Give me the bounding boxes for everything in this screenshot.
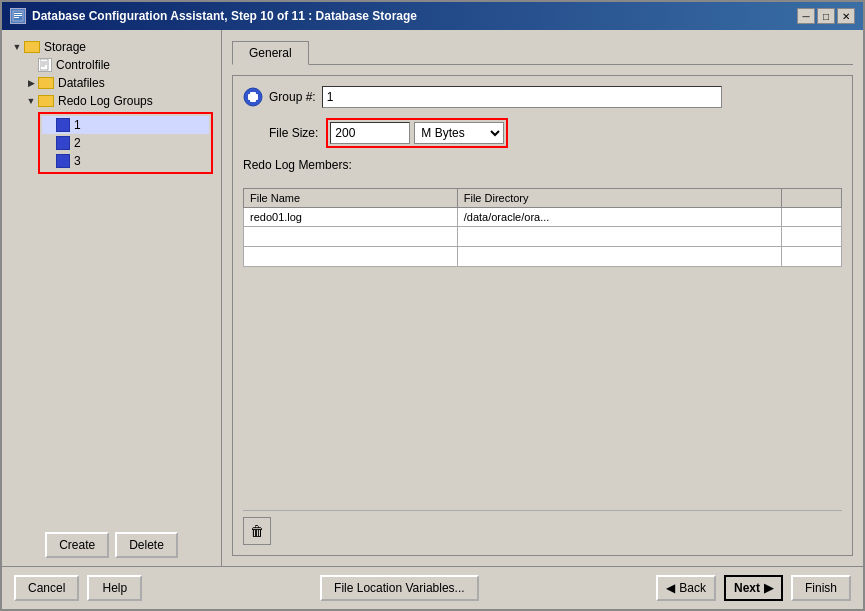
tree-item-storage[interactable]: ▼ Storage (10, 38, 213, 56)
tab-general[interactable]: General (232, 41, 309, 65)
create-button[interactable]: Create (45, 532, 109, 558)
file-icon-controlfile (38, 58, 52, 72)
redo-log-members-label-row: Redo Log Members: (243, 158, 842, 178)
toggle-storage: ▼ (10, 40, 24, 54)
db-icon-group2 (56, 136, 70, 150)
tree-item-controlfile[interactable]: Controlfile (24, 56, 213, 74)
form-bottom-toolbar: 🗑 (243, 510, 842, 545)
tree-item-datafiles[interactable]: ▶ Datafiles (24, 74, 213, 92)
tree-label-group1: 1 (74, 118, 81, 132)
left-panel: ▼ Storage Controlfile (2, 30, 222, 566)
cell-empty-2 (782, 227, 842, 247)
finish-button[interactable]: Finish (791, 575, 851, 601)
titlebar: Database Configuration Assistant, Step 1… (2, 2, 863, 30)
table-row[interactable]: redo01.log /data/oracle/ora... (244, 208, 842, 227)
group-num-row: Group #: (243, 86, 842, 108)
cell-filedirectory-3 (457, 247, 781, 267)
table-row (244, 247, 842, 267)
db-icon-group3 (56, 154, 70, 168)
right-panel: General Group #: (222, 30, 863, 566)
window-title: Database Configuration Assistant, Step 1… (32, 9, 417, 23)
left-bottom-buttons: Create Delete (10, 526, 213, 558)
cell-filedirectory-1: /data/oracle/ora... (457, 208, 781, 227)
folder-icon-redologgroups (38, 95, 54, 107)
next-arrow-icon: ▶ (764, 581, 773, 595)
toggle-group2 (42, 136, 56, 150)
main-content: ▼ Storage Controlfile (2, 30, 863, 566)
folder-icon-datafiles (38, 77, 54, 89)
tree-label-controlfile: Controlfile (56, 58, 110, 72)
filesize-row: File Size: K Bytes M Bytes G Bytes (243, 118, 842, 148)
next-button[interactable]: Next ▶ (724, 575, 783, 601)
db-icon-group1 (56, 118, 70, 132)
tab-bar: General (232, 40, 853, 65)
col-header-filename: File Name (244, 189, 458, 208)
tree-label-redologgroups: Redo Log Groups (58, 94, 153, 108)
delete-row-button[interactable]: 🗑 (243, 517, 271, 545)
close-button[interactable]: ✕ (837, 8, 855, 24)
tree-label-datafiles: Datafiles (58, 76, 105, 90)
cell-empty-3 (782, 247, 842, 267)
back-arrow-icon: ◀ (666, 581, 675, 595)
bottom-bar-left: Cancel Help (14, 575, 142, 601)
bottom-bar-right: ◀ Back Next ▶ Finish (656, 575, 851, 601)
form-area: Group #: File Size: K Bytes M Bytes G By… (232, 75, 853, 556)
toggle-controlfile (24, 58, 38, 72)
bottom-bar: Cancel Help File Location Variables... ◀… (2, 566, 863, 609)
toggle-group1 (42, 118, 56, 132)
back-button[interactable]: ◀ Back (656, 575, 716, 601)
toggle-datafiles: ▶ (24, 76, 38, 90)
svg-rect-2 (14, 15, 22, 16)
group-indicator-icon (243, 87, 263, 107)
toggle-group3 (42, 154, 56, 168)
svg-rect-3 (14, 17, 19, 18)
help-button[interactable]: Help (87, 575, 142, 601)
file-location-button[interactable]: File Location Variables... (320, 575, 479, 601)
folder-icon-storage (24, 41, 40, 53)
delete-button[interactable]: Delete (115, 532, 178, 558)
tree-label-group2: 2 (74, 136, 81, 150)
filesize-box: K Bytes M Bytes G Bytes (326, 118, 508, 148)
cell-filename-2 (244, 227, 458, 247)
tree-item-group3[interactable]: 3 (42, 152, 209, 170)
app-icon (10, 8, 26, 24)
minimize-button[interactable]: ─ (797, 8, 815, 24)
filesize-unit-select[interactable]: K Bytes M Bytes G Bytes (414, 122, 504, 144)
tree-item-group1[interactable]: 1 (42, 116, 209, 134)
filesize-input[interactable] (330, 122, 410, 144)
titlebar-left: Database Configuration Assistant, Step 1… (10, 8, 417, 24)
main-window: Database Configuration Assistant, Step 1… (0, 0, 865, 611)
highlight-groups-box: 1 2 3 (38, 112, 213, 174)
tree-label-storage: Storage (44, 40, 86, 54)
cell-empty-1 (782, 208, 842, 227)
maximize-button[interactable]: □ (817, 8, 835, 24)
col-header-filedirectory: File Directory (457, 189, 781, 208)
tree-item-redologgroups[interactable]: ▼ Redo Log Groups (24, 92, 213, 110)
redo-log-members-label: Redo Log Members: (243, 158, 352, 172)
svg-rect-1 (14, 13, 22, 14)
col-header-empty (782, 189, 842, 208)
cell-filedirectory-2 (457, 227, 781, 247)
table-row (244, 227, 842, 247)
cancel-button[interactable]: Cancel (14, 575, 79, 601)
cell-filename-1: redo01.log (244, 208, 458, 227)
group-num-input[interactable] (322, 86, 722, 108)
svg-rect-10 (248, 94, 258, 100)
group-num-label: Group #: (269, 90, 316, 104)
trash-icon: 🗑 (250, 523, 264, 539)
window-controls: ─ □ ✕ (797, 8, 855, 24)
tree-label-group3: 3 (74, 154, 81, 168)
cell-filename-3 (244, 247, 458, 267)
filesize-label: File Size: (269, 126, 318, 140)
toggle-redologgroups: ▼ (24, 94, 38, 108)
file-location-btn-container: File Location Variables... (320, 575, 479, 601)
tree-container: ▼ Storage Controlfile (10, 38, 213, 526)
table-container: File Name File Directory redo01.log /dat… (243, 188, 842, 502)
tree-item-group2[interactable]: 2 (42, 134, 209, 152)
redo-log-table: File Name File Directory redo01.log /dat… (243, 188, 842, 267)
